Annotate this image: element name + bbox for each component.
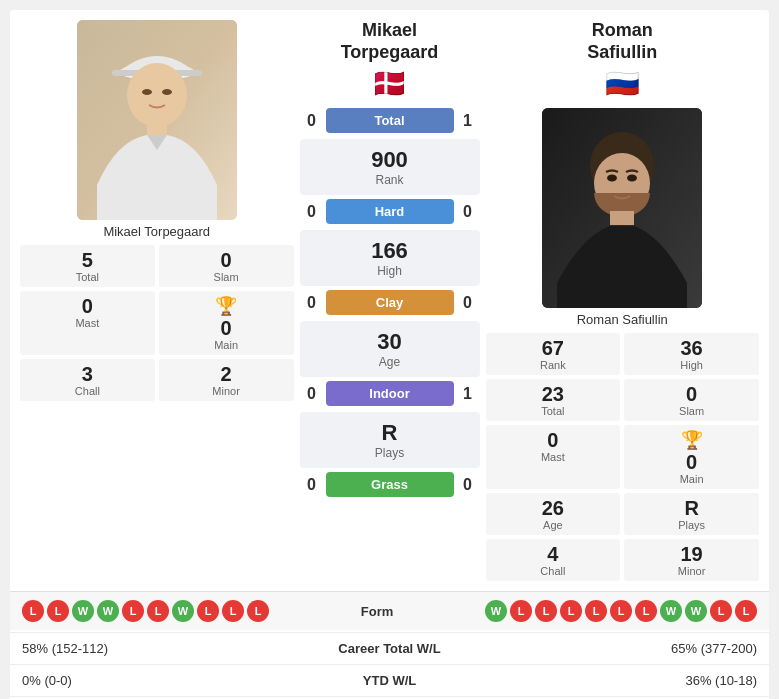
versus-grass-row: 0 Grass 0 <box>300 472 480 497</box>
svg-point-4 <box>142 89 152 95</box>
form-badge-left: L <box>197 600 219 622</box>
svg-point-10 <box>607 175 617 182</box>
form-badge-right: L <box>710 600 732 622</box>
form-badge-right: L <box>535 600 557 622</box>
right-slam: 0 Slam <box>624 379 759 421</box>
plays-box-left: R Plays <box>300 412 480 468</box>
center-column: Mikael Torpegaard 🇩🇰 0 Total 1 900 Rank … <box>300 20 480 581</box>
form-badge-left: L <box>247 600 269 622</box>
total-badge: Total <box>326 108 454 133</box>
left-chall: 3 Chall <box>20 359 155 401</box>
form-badge-left: W <box>72 600 94 622</box>
player-left-photo <box>77 20 237 220</box>
stats-left-value: 0% (0-0) <box>22 673 252 688</box>
right-rank: 67 Rank <box>486 333 621 375</box>
form-section: LLWWLLWLLL Form WLLLLLLWWLL <box>10 591 769 630</box>
total-score-right: 1 <box>458 112 478 130</box>
grass-score-right: 0 <box>458 476 478 494</box>
indoor-score-left: 0 <box>302 385 322 403</box>
right-flag: 🇷🇺 <box>605 67 640 100</box>
player-left: Mikael Torpegaard 5 Total 0 Slam 0 Mast … <box>20 20 294 581</box>
versus-indoor-row: 0 Indoor 1 <box>300 381 480 406</box>
match-card: Mikael Torpegaard 5 Total 0 Slam 0 Mast … <box>10 10 769 699</box>
form-badge-left: W <box>172 600 194 622</box>
hard-score-right: 0 <box>458 203 478 221</box>
right-total: 23 Total <box>486 379 621 421</box>
right-high: 36 High <box>624 333 759 375</box>
left-slam: 0 Slam <box>159 245 294 287</box>
form-badge-right: L <box>635 600 657 622</box>
player-left-stats: 5 Total 0 Slam 0 Mast 🏆 0 Main <box>20 245 294 401</box>
right-age: 26 Age <box>486 493 621 535</box>
indoor-badge: Indoor <box>326 381 454 406</box>
stats-left-value: 58% (152-112) <box>22 641 252 656</box>
form-badge-right: W <box>485 600 507 622</box>
stats-center-label: Career Total W/L <box>252 641 528 656</box>
player-right-name-below: Roman Safiullin <box>577 312 668 327</box>
form-badge-right: L <box>560 600 582 622</box>
age-box-left: 30 Age <box>300 321 480 377</box>
right-chall: 4 Chall <box>486 539 621 581</box>
form-badge-left: L <box>147 600 169 622</box>
trophy-icon-left: 🏆 <box>215 295 237 317</box>
svg-rect-12 <box>610 211 634 225</box>
form-badge-left: L <box>122 600 144 622</box>
right-minor: 19 Minor <box>624 539 759 581</box>
stats-center-label: YTD W/L <box>252 673 528 688</box>
hard-score-left: 0 <box>302 203 322 221</box>
player-right-photo <box>542 108 702 308</box>
clay-score-left: 0 <box>302 294 322 312</box>
form-badge-right: L <box>585 600 607 622</box>
player-comparison: Mikael Torpegaard 5 Total 0 Slam 0 Mast … <box>10 10 769 581</box>
stats-right-value: 36% (10-18) <box>527 673 757 688</box>
rank-box-left: 900 Rank <box>300 139 480 195</box>
right-plays: R Plays <box>624 493 759 535</box>
form-badge-left: L <box>47 600 69 622</box>
form-badge-left: W <box>97 600 119 622</box>
svg-point-5 <box>162 89 172 95</box>
grass-badge: Grass <box>326 472 454 497</box>
stats-row: 58% (152-112) Career Total W/L 65% (377-… <box>10 632 769 664</box>
left-form-badges: LLWWLLWLLL <box>22 600 269 622</box>
versus-clay-row: 0 Clay 0 <box>300 290 480 315</box>
stats-table: 58% (152-112) Career Total W/L 65% (377-… <box>10 632 769 699</box>
form-badge-left: L <box>222 600 244 622</box>
total-score-left: 0 <box>302 112 322 130</box>
form-badge-left: L <box>22 600 44 622</box>
svg-point-3 <box>127 63 187 127</box>
player-right-stats: 67 Rank 36 High 23 Total 0 Slam 0 Mast <box>486 333 760 581</box>
right-player-name-top: Roman Safiullin <box>587 20 657 63</box>
versus-total-row: 0 Total 1 <box>300 108 480 133</box>
left-main-with-trophy: 🏆 0 Main <box>159 291 294 355</box>
form-badge-right: L <box>510 600 532 622</box>
right-main-with-trophy: 🏆 0 Main <box>624 425 759 489</box>
left-flag: 🇩🇰 <box>372 67 407 100</box>
trophy-icon-right: 🏆 <box>681 429 703 451</box>
indoor-score-right: 1 <box>458 385 478 403</box>
left-minor: 2 Minor <box>159 359 294 401</box>
stats-row: 0% (0-0) YTD W/L 36% (10-18) <box>10 664 769 696</box>
left-mast: 0 Mast <box>20 291 155 355</box>
stats-right-value: 65% (377-200) <box>527 641 757 656</box>
player-right: Roman Safiullin 🇷🇺 <box>486 20 760 581</box>
hard-badge: Hard <box>326 199 454 224</box>
clay-score-right: 0 <box>458 294 478 312</box>
form-badge-right: L <box>735 600 757 622</box>
grass-score-left: 0 <box>302 476 322 494</box>
svg-point-11 <box>627 175 637 182</box>
left-total: 5 Total <box>20 245 155 287</box>
form-badge-right: W <box>660 600 682 622</box>
form-badge-right: W <box>685 600 707 622</box>
right-form-badges: WLLLLLLWWLL <box>485 600 757 622</box>
high-box-left: 166 High <box>300 230 480 286</box>
left-player-name-center: Mikael Torpegaard <box>341 20 439 63</box>
form-badge-right: L <box>610 600 632 622</box>
clay-badge: Clay <box>326 290 454 315</box>
right-mast: 0 Mast <box>486 425 621 489</box>
player-left-name: Mikael Torpegaard <box>103 224 210 239</box>
form-label: Form <box>269 604 485 619</box>
versus-hard-row: 0 Hard 0 <box>300 199 480 224</box>
